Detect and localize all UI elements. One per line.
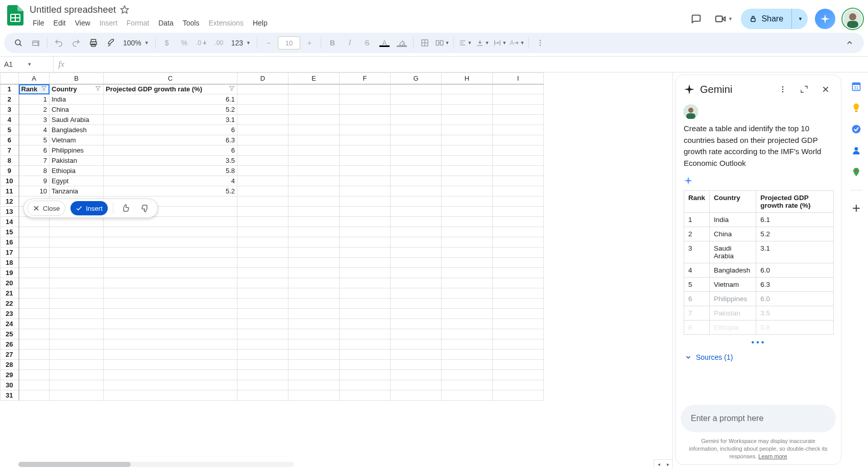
- format-percent-icon[interactable]: %: [176, 35, 192, 51]
- cell[interactable]: Bangladesh: [50, 125, 104, 135]
- cell[interactable]: [340, 299, 391, 309]
- cell[interactable]: [493, 135, 544, 145]
- menu-tools[interactable]: Tools: [179, 18, 204, 28]
- cell[interactable]: [391, 227, 442, 237]
- cell[interactable]: [391, 329, 442, 339]
- cell[interactable]: 9: [19, 176, 50, 186]
- cell[interactable]: 8: [19, 166, 50, 176]
- cell[interactable]: [442, 370, 493, 380]
- cell[interactable]: [288, 370, 340, 380]
- cell[interactable]: [19, 339, 50, 350]
- cell[interactable]: [237, 227, 288, 237]
- cell[interactable]: [391, 309, 442, 319]
- cell[interactable]: [340, 207, 391, 217]
- cell[interactable]: [442, 237, 493, 248]
- cell[interactable]: [493, 166, 544, 176]
- cell[interactable]: [442, 278, 493, 288]
- cell[interactable]: [50, 237, 104, 248]
- cell[interactable]: Pakistan: [50, 156, 104, 166]
- cell[interactable]: Ethiopia: [50, 166, 104, 176]
- cell[interactable]: [288, 350, 340, 360]
- cell[interactable]: Rank: [19, 84, 50, 94]
- cell[interactable]: [288, 360, 340, 370]
- column-header[interactable]: E: [288, 73, 340, 84]
- cell[interactable]: [442, 196, 493, 207]
- cell[interactable]: [237, 390, 288, 401]
- cell[interactable]: [104, 258, 237, 268]
- menu-format[interactable]: Format: [123, 18, 153, 28]
- cell[interactable]: [50, 360, 104, 370]
- cell[interactable]: [493, 84, 544, 94]
- row-header[interactable]: 9: [1, 166, 19, 176]
- more-formats-icon[interactable]: 123▼: [228, 35, 254, 51]
- cell[interactable]: [237, 258, 288, 268]
- cell[interactable]: [493, 278, 544, 288]
- cell[interactable]: [442, 94, 493, 105]
- cell[interactable]: 6.3: [104, 135, 237, 145]
- cell[interactable]: [493, 105, 544, 115]
- cell[interactable]: [288, 390, 340, 401]
- text-wrap-icon[interactable]: ▼: [492, 35, 508, 51]
- cell[interactable]: [493, 186, 544, 196]
- cell[interactable]: [237, 156, 288, 166]
- cell[interactable]: [50, 309, 104, 319]
- cell[interactable]: [237, 339, 288, 350]
- cell[interactable]: [237, 370, 288, 380]
- cell[interactable]: [340, 125, 391, 135]
- cell[interactable]: [288, 105, 340, 115]
- menu-extensions[interactable]: Extensions: [204, 18, 247, 28]
- cell[interactable]: [340, 360, 391, 370]
- column-header[interactable]: H: [442, 73, 493, 84]
- account-avatar[interactable]: [842, 9, 863, 29]
- row-header[interactable]: 13: [1, 207, 19, 217]
- column-header[interactable]: G: [391, 73, 442, 84]
- menu-file[interactable]: File: [29, 18, 49, 28]
- cell[interactable]: Country: [50, 84, 104, 94]
- cell[interactable]: [104, 299, 237, 309]
- row-header[interactable]: 20: [1, 278, 19, 288]
- cell[interactable]: Tanzania: [50, 186, 104, 196]
- cell[interactable]: 6: [19, 145, 50, 156]
- cell[interactable]: [50, 329, 104, 339]
- cell[interactable]: India: [50, 94, 104, 105]
- cell[interactable]: [237, 248, 288, 258]
- cell[interactable]: [340, 268, 391, 278]
- row-header[interactable]: 31: [1, 390, 19, 401]
- fill-color-icon[interactable]: [394, 35, 410, 51]
- cell[interactable]: China: [50, 105, 104, 115]
- decrease-decimal-icon[interactable]: .0: [194, 35, 210, 51]
- cell[interactable]: [288, 309, 340, 319]
- cell[interactable]: [19, 227, 50, 237]
- cell[interactable]: [288, 380, 340, 390]
- cell[interactable]: [493, 319, 544, 329]
- cell[interactable]: [237, 350, 288, 360]
- close-suggestion-button[interactable]: Close: [27, 201, 65, 216]
- cell[interactable]: [237, 84, 288, 94]
- cell[interactable]: [50, 268, 104, 278]
- cell[interactable]: [493, 94, 544, 105]
- cell[interactable]: [391, 390, 442, 401]
- cell[interactable]: 3.1: [104, 115, 237, 125]
- row-header[interactable]: 19: [1, 268, 19, 278]
- column-header[interactable]: F: [340, 73, 391, 84]
- cell[interactable]: [340, 390, 391, 401]
- cell[interactable]: [19, 360, 50, 370]
- cell[interactable]: [391, 339, 442, 350]
- cell[interactable]: [50, 380, 104, 390]
- row-header[interactable]: 6: [1, 135, 19, 145]
- cell[interactable]: [288, 288, 340, 299]
- gemini-prompt-input[interactable]: Enter a prompt here: [681, 405, 836, 432]
- cell[interactable]: [19, 237, 50, 248]
- cell[interactable]: 2: [19, 105, 50, 115]
- search-icon[interactable]: [10, 35, 27, 51]
- cell[interactable]: [340, 84, 391, 94]
- cell[interactable]: [288, 339, 340, 350]
- cell[interactable]: [104, 237, 237, 248]
- tab-scroll-left-icon[interactable]: ◂: [654, 460, 663, 468]
- cell[interactable]: [442, 125, 493, 135]
- text-color-icon[interactable]: A: [376, 35, 393, 51]
- cell[interactable]: [237, 125, 288, 135]
- cell[interactable]: [288, 217, 340, 227]
- row-header[interactable]: 26: [1, 339, 19, 350]
- cell[interactable]: [50, 288, 104, 299]
